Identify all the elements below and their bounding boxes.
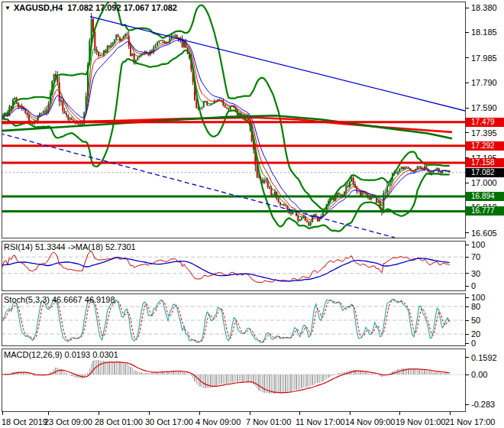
stochastic-pane (2, 299, 465, 342)
macd-indicator-label: MACD(12,26,9) 0.0193 0.0301 (4, 350, 118, 359)
rsi-pane (2, 251, 465, 282)
trading-chart-window: 18.38018.18517.98517.79017.59017.39517.1… (0, 0, 504, 428)
rsi-line[interactable] (2, 251, 450, 282)
chart-title: ▼XAGUSD,H4 17.082 17.092 17.067 17.082 (5, 3, 177, 12)
time-axis[interactable] (0, 411, 504, 428)
chart-title-ohlc: 17.082 17.092 17.067 17.082 (67, 3, 177, 12)
price-axis[interactable] (466, 0, 504, 411)
trendline-dashed[interactable] (0, 134, 395, 238)
candlesticks (2, 13, 451, 227)
main-price-pane (0, 1, 466, 238)
stoch-indicator-label: Stoch(5,3,3) 46.6667 46.9198 (4, 295, 115, 304)
macd-pane (2, 360, 465, 394)
slow-ma-red-line[interactable] (0, 118, 452, 132)
chart-title-symbol: XAGUSD,H4 (14, 3, 63, 12)
rsi-indicator-label: RSI(14) 51.3344 ->MA(18) 52.7301 (4, 242, 136, 251)
ma-fast-green-line[interactable] (2, 37, 450, 222)
symbol-dropdown-icon[interactable]: ▼ (5, 5, 11, 11)
stoch-k-line[interactable] (2, 299, 450, 342)
chart-canvas[interactable] (0, 0, 504, 428)
macd-signal-line[interactable] (2, 362, 450, 393)
trendline-solid[interactable] (90, 17, 466, 112)
